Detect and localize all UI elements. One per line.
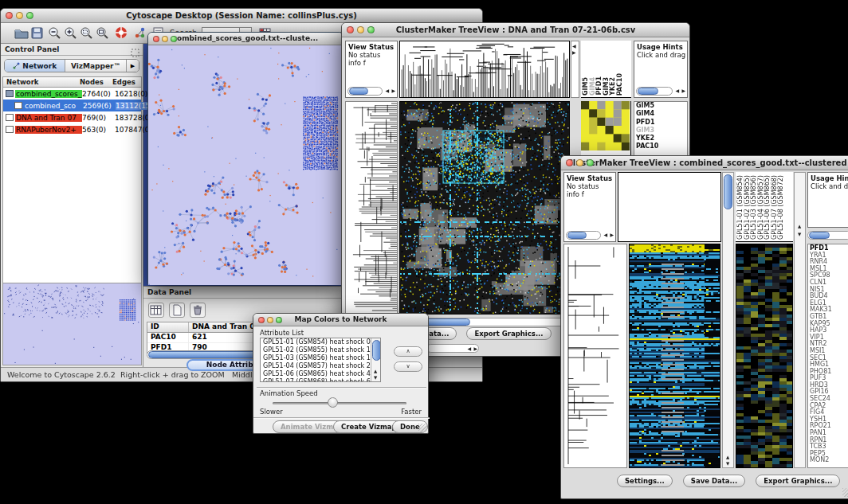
main-titlebar[interactable]: Cytoscape Desktop (Session Name: collins… <box>1 9 482 23</box>
slider-thumb[interactable] <box>328 397 338 408</box>
plugin-network-icon[interactable] <box>133 25 149 41</box>
tv1-hints-hscrollbar[interactable] <box>636 87 673 96</box>
tv1-zoom-heatmap[interactable] <box>581 101 630 150</box>
column-label[interactable]: GPL51-06 (GSM865) <box>764 175 771 240</box>
scroll-right-icon[interactable]: ▶ <box>391 87 395 95</box>
network-list-row[interactable]: combined_scores_2764(0)16218(0) <box>3 88 141 100</box>
tv1-status-hscrollbar[interactable] <box>347 87 383 96</box>
zoom-fit-icon[interactable] <box>95 25 111 41</box>
zoom-button[interactable] <box>276 317 282 323</box>
gene-label[interactable]: YKE2 <box>634 135 687 143</box>
scroll-left-icon[interactable]: ◀ <box>675 87 679 95</box>
tab-network[interactable]: Network <box>5 60 65 72</box>
column-label[interactable]: GPL51-01 (GSM854) <box>737 175 744 240</box>
network-canvas[interactable] <box>148 45 343 285</box>
scroll-up-icon[interactable]: ▲ <box>798 222 801 230</box>
zoom-button[interactable] <box>171 36 177 42</box>
minimize-button[interactable] <box>576 159 583 166</box>
attribute-list-item[interactable]: GPL51-04 (GSM857) heat shock 20 min <box>261 362 371 370</box>
column-label[interactable]: GIM5 <box>583 77 589 96</box>
attribute-list-item[interactable]: GPL51-02 (GSM855) heat shock 10 min <box>261 346 371 354</box>
gene-label[interactable]: GIM4 <box>634 110 687 118</box>
zoom-out-icon[interactable] <box>47 25 63 41</box>
tv2-row-dendrogram[interactable] <box>564 244 626 467</box>
animation-speed-slider[interactable] <box>273 402 406 404</box>
open-folder-icon[interactable] <box>14 25 29 41</box>
close-button[interactable] <box>566 159 573 166</box>
export-graphics-button[interactable]: Export Graphics... <box>756 475 840 487</box>
birdseye-panel[interactable] <box>2 283 142 365</box>
tv2-global-heatmap[interactable] <box>630 244 720 467</box>
tv2-status-hscrollbar[interactable] <box>566 231 601 240</box>
close-button[interactable] <box>347 26 354 33</box>
treeview1-titlebar[interactable]: ClusterMaker TreeView : DNA and Tran 07-… <box>342 23 689 37</box>
gene-label[interactable]: GIM3 <box>634 127 687 135</box>
close-button[interactable] <box>6 12 13 19</box>
select-attributes-icon[interactable] <box>148 303 164 318</box>
data-col-id[interactable]: ID <box>147 322 189 332</box>
column-label[interactable]: YKE2 <box>610 77 616 96</box>
column-label[interactable]: GPL51-04 (GSM857) <box>758 175 764 240</box>
gene-label[interactable]: PAC10 <box>634 143 687 150</box>
close-button[interactable] <box>153 36 159 42</box>
scroll-right-icon[interactable]: ▶ <box>681 87 685 95</box>
export-graphics-button[interactable]: Export Graphics... <box>466 327 551 340</box>
zoom-in-icon[interactable] <box>63 25 79 41</box>
dialog-titlebar[interactable]: Map Colors to Network <box>253 314 428 326</box>
tv1-row-dendrogram[interactable] <box>346 102 397 314</box>
scroll-down-icon[interactable]: ▼ <box>726 459 729 467</box>
column-label[interactable]: GPL51-08 (GSM872) <box>778 175 784 240</box>
tv2-zoom-heatmap[interactable] <box>736 244 792 467</box>
network-table-header[interactable]: Network Nodes Edges <box>3 77 141 88</box>
attribute-list-item[interactable]: GPL51-03 (GSM856) heat shock 15 min <box>261 354 371 362</box>
network-list-row[interactable]: combined_sco2569(6)13112(15) <box>3 100 141 111</box>
treeview2-titlebar[interactable]: ClusterMaker TreeView : combined_scores_… <box>561 156 848 170</box>
scroll-right-icon[interactable]: ▶ <box>572 49 576 57</box>
birdseye-canvas[interactable] <box>3 283 141 365</box>
attribute-list-item[interactable]: GPL51-06 (GSM865) heat shock 40 min <box>261 370 371 378</box>
column-label[interactable]: GIM3 <box>603 77 610 96</box>
column-label[interactable]: GPL51-03 (GSM856) <box>751 175 757 240</box>
tab-vizmapper[interactable]: VizMapper™ <box>65 60 126 72</box>
attribute-list-vscrollbar[interactable]: ▲ ▼ <box>371 338 380 381</box>
scroll-left-icon[interactable]: ◀ <box>385 87 389 95</box>
scroll-left-icon[interactable]: ◀ <box>603 231 607 239</box>
minimize-button[interactable] <box>16 12 23 19</box>
gene-label[interactable]: PFD1 <box>634 119 687 127</box>
attribute-list-item[interactable]: GPL51-01 (GSM854) heat shock 05 min <box>261 338 371 346</box>
network-list-row[interactable]: DNA and Tran 07769(0)183728(0) <box>3 111 141 123</box>
tab-overflow-arrow[interactable]: ▶ <box>127 60 139 72</box>
column-label[interactable]: GPL51-02 (GSM855) <box>744 175 751 240</box>
zoom-button[interactable] <box>367 26 375 33</box>
gene-label[interactable]: GIM5 <box>634 102 687 110</box>
delete-attribute-icon[interactable] <box>190 303 206 318</box>
tv1-global-heatmap[interactable] <box>400 102 569 314</box>
settings-button[interactable]: Settings... <box>617 475 673 487</box>
close-button[interactable] <box>258 317 265 323</box>
save-data-button[interactable]: Save Data... <box>683 475 745 487</box>
scroll-down-icon[interactable]: ▼ <box>798 230 801 238</box>
network-list-row[interactable]: RNAPuberNov2+563(0)107847(0) <box>3 123 141 135</box>
new-attribute-icon[interactable] <box>169 303 185 318</box>
tv2-global-vscrollbar[interactable]: ▲ ▼ <box>722 172 734 468</box>
scroll-right-icon[interactable]: ▶ <box>610 231 614 239</box>
zoom-button[interactable] <box>26 12 33 19</box>
zoom-selected-icon[interactable] <box>79 25 95 41</box>
minimize-button[interactable] <box>162 36 168 42</box>
tv2-labels-hscrollbar[interactable] <box>807 231 848 240</box>
minimize-button[interactable] <box>267 317 273 323</box>
tv2-column-dendrogram[interactable] <box>618 172 721 242</box>
resize-grip[interactable] <box>418 424 427 432</box>
tv1-column-dendrogram[interactable] <box>400 41 569 97</box>
tv1-labels-hscrollbar[interactable]: ◀ ▶ <box>426 344 479 353</box>
minimize-button[interactable] <box>357 26 364 33</box>
attribute-list-item[interactable]: GPL51-07 (GSM868) heat shock 60 min <box>261 378 371 382</box>
network-view-titlebar[interactable]: combined_scores_good.txt--cluste... <box>148 33 343 45</box>
scroll-down-icon[interactable]: ▼ <box>374 373 377 381</box>
gene-label[interactable]: MON2 <box>808 457 848 464</box>
move-up-button[interactable]: ∧ <box>394 346 422 357</box>
save-icon[interactable] <box>29 25 45 41</box>
move-down-button[interactable]: ∨ <box>394 361 422 372</box>
column-label[interactable]: GIM4 <box>590 77 596 96</box>
column-label[interactable]: PAC10 <box>617 73 623 96</box>
